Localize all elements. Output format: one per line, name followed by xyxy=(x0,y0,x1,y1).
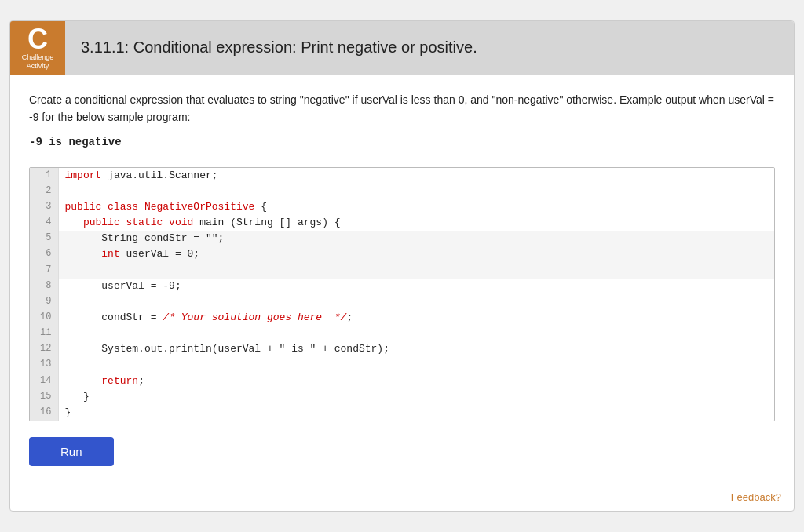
line-number: 16 xyxy=(30,405,58,421)
line-content[interactable] xyxy=(58,326,774,341)
table-row: 8 userVal = -9; xyxy=(30,279,774,294)
body-content: Create a conditional expression that eva… xyxy=(10,75,794,488)
icon-letter: C xyxy=(27,25,48,53)
table-row: 7 xyxy=(30,263,774,279)
run-button[interactable]: Run xyxy=(29,437,114,466)
table-row: 1 import java.util.Scanner; xyxy=(30,168,774,184)
line-content[interactable]: return; xyxy=(58,373,774,389)
table-row: 5 String condStr = ""; xyxy=(30,231,774,246)
line-number: 11 xyxy=(30,326,58,341)
line-number: 8 xyxy=(30,279,58,294)
line-content[interactable]: } xyxy=(58,389,774,405)
line-number: 13 xyxy=(30,357,58,373)
table-row: 9 xyxy=(30,294,774,310)
line-number: 4 xyxy=(30,215,58,231)
line-content[interactable]: System.out.println(userVal + " is " + co… xyxy=(58,341,774,357)
line-content[interactable]: public class NegativeOrPositive { xyxy=(58,199,774,215)
line-number: 2 xyxy=(30,184,58,199)
line-number: 1 xyxy=(30,168,58,184)
table-row: 6 int userVal = 0; xyxy=(30,246,774,262)
line-number: 10 xyxy=(30,310,58,326)
line-number: 15 xyxy=(30,389,58,405)
table-row: 2 xyxy=(30,184,774,199)
line-content[interactable] xyxy=(58,263,774,279)
table-row: 16 } xyxy=(30,405,774,421)
icon-subtitle: Challenge Activity xyxy=(22,53,54,71)
example-output: -9 is negative xyxy=(29,136,775,148)
line-number: 5 xyxy=(30,231,58,246)
line-number: 14 xyxy=(30,373,58,389)
line-content[interactable]: userVal = -9; xyxy=(58,279,774,294)
main-container: C Challenge Activity 3.11.1: Conditional… xyxy=(9,20,795,512)
line-content[interactable] xyxy=(58,294,774,310)
line-number: 12 xyxy=(30,341,58,357)
table-row: 13 xyxy=(30,357,774,373)
table-row: 4 public static void main (String [] arg… xyxy=(30,215,774,231)
code-table: 1 import java.util.Scanner; 2 3 public c… xyxy=(30,168,774,421)
code-editor[interactable]: 1 import java.util.Scanner; 2 3 public c… xyxy=(29,167,775,421)
run-button-container: Run xyxy=(29,434,775,476)
table-row: 11 xyxy=(30,326,774,341)
table-row: 14 return; xyxy=(30,373,774,389)
line-content[interactable]: condStr = /* Your solution goes here */; xyxy=(58,310,774,326)
footer: Feedback? xyxy=(10,488,794,511)
header: C Challenge Activity 3.11.1: Conditional… xyxy=(10,21,794,75)
line-content[interactable] xyxy=(58,357,774,373)
table-row: 3 public class NegativeOrPositive { xyxy=(30,199,774,215)
line-number: 7 xyxy=(30,263,58,279)
line-number: 6 xyxy=(30,246,58,262)
challenge-activity-icon: C Challenge Activity xyxy=(10,21,65,75)
line-content[interactable] xyxy=(58,184,774,199)
table-row: 12 System.out.println(userVal + " is " +… xyxy=(30,341,774,357)
line-content[interactable]: int userVal = 0; xyxy=(58,246,774,262)
line-content[interactable]: } xyxy=(58,405,774,421)
line-content[interactable]: import java.util.Scanner; xyxy=(58,168,774,184)
description-text: Create a conditional expression that eva… xyxy=(29,91,775,126)
page-title: 3.11.1: Conditional expression: Print ne… xyxy=(65,38,493,56)
line-number: 3 xyxy=(30,199,58,215)
line-number: 9 xyxy=(30,294,58,310)
feedback-link[interactable]: Feedback? xyxy=(731,491,781,503)
line-content[interactable]: public static void main (String [] args)… xyxy=(58,215,774,231)
table-row: 15 } xyxy=(30,389,774,405)
table-row: 10 condStr = /* Your solution goes here … xyxy=(30,310,774,326)
line-content[interactable]: String condStr = ""; xyxy=(58,231,774,246)
